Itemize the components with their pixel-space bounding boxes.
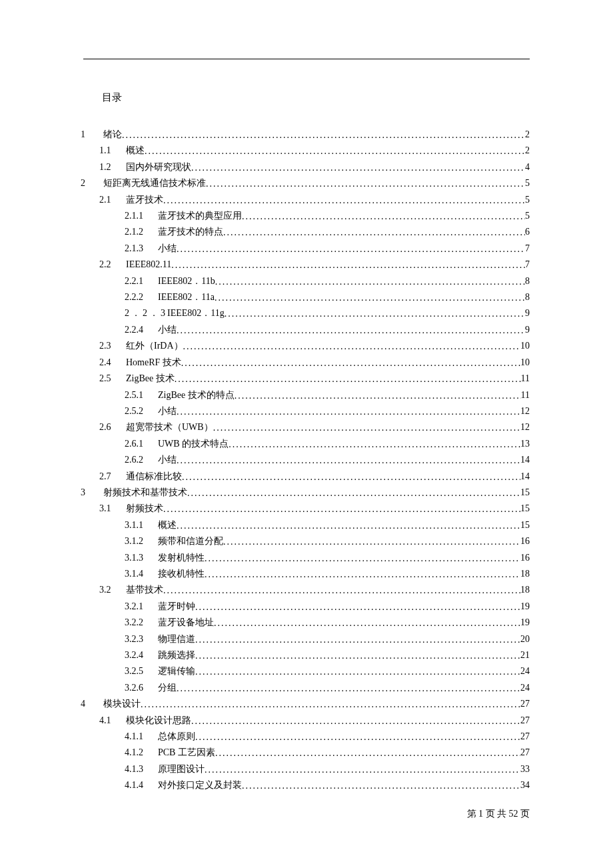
toc-entry: 4.1.2PCB 工艺因素27	[125, 745, 530, 761]
toc-entry-page: 6	[525, 224, 530, 240]
toc-entry-page: 11	[521, 387, 530, 403]
toc-entry-text: 跳频选择	[158, 647, 195, 663]
toc-body: 1绪论21.1概述21.2国内外研究现状42短距离无线通信技术标准52.1蓝牙技…	[83, 127, 530, 794]
toc-entry-number: 3.1.1	[125, 517, 150, 533]
toc-entry-page: 27	[520, 696, 530, 712]
toc-entry-text: 通信标准比较	[126, 469, 182, 485]
toc-entry-text: 总体原则	[158, 729, 195, 745]
toc-entry-number: 2.6.2	[125, 452, 150, 468]
toc-entry-number: 1	[81, 127, 95, 143]
toc-entry: 1.1概述2	[99, 143, 530, 159]
toc-leader-dots	[195, 599, 520, 615]
toc-entry: 3.2.1蓝牙时钟19	[125, 599, 530, 615]
toc-entry: 2.2.1IEEE802．11b8	[125, 273, 530, 289]
toc-entry-number: 3.2.1	[125, 599, 150, 615]
toc-leader-dots	[122, 127, 525, 143]
toc-entry-page: 5	[525, 208, 530, 224]
toc-entry-number: 3.1.2	[125, 533, 150, 549]
toc-entry-page: 27	[520, 713, 530, 729]
toc-entry-text: PCB 工艺因素	[158, 745, 215, 761]
toc-entry-number: 4.1.1	[125, 729, 150, 745]
toc-leader-dots	[195, 664, 520, 680]
toc-entry: 2短距离无线通信技术标准5	[81, 175, 530, 191]
toc-entry-page: 16	[520, 550, 530, 566]
toc-entry-number: 4.1.2	[125, 745, 150, 761]
toc-entry: 4.1.4对外接口定义及封装34	[125, 777, 530, 793]
toc-entry: 3.1射频技术15	[99, 501, 530, 517]
toc-leader-dots	[205, 551, 520, 567]
toc-entry: 2.7通信标准比较14	[99, 469, 530, 485]
toc-entry-number: 2.5.2	[125, 403, 150, 419]
toc-entry-page: 19	[520, 599, 530, 615]
toc-entry-number: 2.1.2	[125, 224, 150, 240]
toc-entry: 2.2IEEE802.117	[99, 257, 530, 273]
toc-leader-dots	[205, 567, 520, 583]
toc-entry-number: 4.1	[99, 713, 118, 729]
toc-entry: 4模块设计27	[81, 696, 530, 712]
toc-entry-number: 2.2.2	[125, 289, 150, 305]
toc-entry-page: 14	[520, 469, 530, 485]
toc-entry: 2.1.3小结7	[125, 241, 530, 257]
toc-entry-page: 10	[520, 355, 530, 371]
toc-entry-number: 4.1.4	[125, 777, 150, 793]
toc-entry-page: 27	[520, 729, 530, 745]
toc-leader-dots	[205, 762, 520, 778]
toc-entry: 3.2.5逻辑传输24	[125, 663, 530, 679]
toc-entry-page: 24	[520, 680, 530, 696]
toc-leader-dots	[163, 583, 520, 599]
toc-entry-text: 蓝牙技术的特点	[158, 224, 223, 240]
toc-entry-number: 2.6.1	[125, 436, 150, 452]
toc-entry-page: 21	[520, 647, 530, 663]
toc-entry-page: 18	[520, 566, 530, 582]
toc-entry-page: 8	[525, 289, 530, 305]
toc-entry-number: 3.1	[99, 501, 118, 517]
toc-entry-text: 小结	[158, 452, 177, 468]
toc-entry-text: ZigBee 技术的特点	[158, 387, 235, 403]
toc-entry-text: 短距离无线通信技术标准	[103, 175, 206, 191]
header-rule	[83, 59, 530, 59]
toc-entry-number: 3.2.6	[125, 680, 150, 696]
toc-leader-dots	[229, 437, 520, 453]
toc-entry-number: 2.2	[99, 257, 118, 273]
toc-entry-page: 20	[520, 631, 530, 647]
toc-entry-text: 逻辑传输	[158, 663, 195, 679]
toc-leader-dots	[177, 681, 520, 697]
toc-entry-text: IEEE802.11	[126, 257, 171, 273]
toc-entry-number: 2.3	[99, 338, 118, 354]
toc-entry-page: 15	[520, 501, 530, 517]
toc-entry-text: 原理图设计	[158, 761, 205, 777]
toc-entry: 3.1.4接收机特性18	[125, 566, 530, 582]
toc-entry-text: IEEE802．11a	[158, 289, 215, 305]
toc-entry: 4.1模块化设计思路27	[99, 713, 530, 729]
toc-entry-page: 5	[525, 175, 530, 191]
toc-entry-text: 发射机特性	[158, 550, 205, 566]
toc-entry: 2.4HomeRF 技术10	[99, 355, 530, 371]
toc-entry-number: 2.2.4	[125, 322, 150, 338]
toc-entry: 3.2基带技术18	[99, 582, 530, 598]
toc-entry-page: 14	[520, 452, 530, 468]
toc-entry-page: 16	[520, 533, 530, 549]
toc-leader-dots	[215, 745, 520, 761]
toc-entry-page: 15	[520, 485, 530, 501]
toc-leader-dots	[163, 501, 520, 517]
toc-leader-dots	[242, 778, 520, 794]
toc-entry-text: 接收机特性	[158, 566, 205, 582]
toc-entry-text: 蓝牙时钟	[158, 599, 195, 615]
toc-entry-number: 3.2.3	[125, 631, 150, 647]
toc-entry-text: 频带和信道分配	[158, 533, 223, 549]
toc-leader-dots	[191, 160, 525, 176]
toc-entry-page: 13	[520, 436, 530, 452]
toc-entry: 2.5ZigBee 技术11	[99, 371, 530, 387]
toc-entry-page: 12	[520, 403, 530, 419]
toc-entry: 2.1.1蓝牙技术的典型应用5	[125, 208, 530, 224]
toc-entry-text: 超宽带技术（UWB）	[126, 419, 213, 435]
toc-entry-page: 34	[520, 777, 530, 793]
toc-entry-page: 24	[520, 663, 530, 679]
toc-entry-text: IEEE802．11b	[158, 273, 215, 289]
toc-entry-text: IEEE802．11g	[167, 305, 225, 321]
toc-leader-dots	[215, 274, 525, 290]
toc-leader-dots	[225, 306, 525, 322]
toc-leader-dots	[182, 469, 520, 485]
toc-leader-dots	[177, 241, 525, 257]
toc-entry-text: 国内外研究现状	[126, 159, 191, 175]
